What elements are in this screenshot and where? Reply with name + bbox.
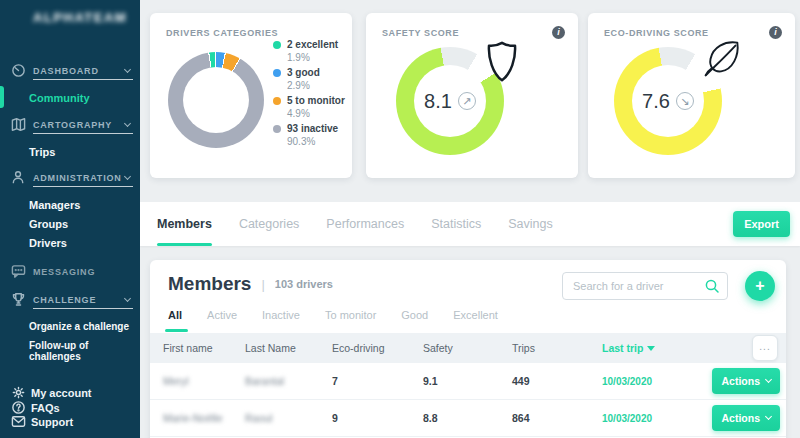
cell-first-name: Meryl (163, 375, 245, 387)
col-label: Last trip (602, 342, 643, 354)
eco-driving-score-card: ECO-DRIVING SCORE i 7.6 ↘ (588, 13, 795, 178)
col-eco-driving: Eco-driving (332, 342, 423, 354)
table-row[interactable]: Marie-Noëlle Raoul 9 8.8 864 10/03/2020 … (150, 400, 786, 437)
sidebar-section-challenge[interactable]: CHALLENGE (0, 292, 140, 308)
trophy-icon (11, 292, 26, 307)
info-icon[interactable]: i (552, 26, 565, 39)
cell-last-trip: 10/03/2020 (602, 413, 710, 424)
sidebar-item-community[interactable]: Community (0, 90, 140, 106)
sidebar-item-drivers[interactable]: Drivers (0, 235, 140, 251)
sidebar-item-groups[interactable]: Groups (0, 216, 140, 232)
sidebar-item-label: Drivers (29, 237, 67, 249)
filter-inactive[interactable]: Inactive (262, 309, 300, 329)
map-icon (11, 117, 26, 132)
divider (33, 79, 133, 80)
cell-safety: 8.8 (423, 412, 512, 424)
cell-safety: 9.1 (423, 375, 512, 387)
sidebar-item-organize-challenge[interactable]: Organize a challenge (0, 319, 140, 335)
filter-to-monitor[interactable]: To monitor (325, 309, 376, 329)
sidebar-section-cartography[interactable]: CARTOGRAPHY (0, 117, 140, 133)
tab-statistics[interactable]: Statistics (431, 202, 481, 246)
info-icon[interactable]: i (769, 26, 782, 39)
safety-score-value: 8.1 (424, 90, 452, 113)
actions-label: Actions (721, 375, 760, 387)
legend-pct: 2.9% (287, 80, 345, 91)
row-actions-button[interactable]: Actions (712, 405, 780, 431)
sidebar-section-messaging[interactable]: MESSAGING (0, 264, 140, 280)
shield-icon (482, 39, 522, 89)
cell-first-name: Marie-Noëlle (163, 412, 245, 424)
tab-members[interactable]: Members (157, 202, 212, 246)
cell-trips: 864 (512, 412, 602, 424)
sidebar-item-managers[interactable]: Managers (0, 197, 140, 213)
sidebar-item-label: Follow-up of challenges (29, 340, 140, 362)
tab-performances[interactable]: Performances (326, 202, 404, 246)
legend-label: 93 inactive (287, 123, 338, 134)
more-columns-button[interactable]: ... (752, 335, 778, 361)
gear-icon (11, 385, 26, 400)
legend-dot (273, 69, 281, 77)
filter-all[interactable]: All (168, 309, 182, 329)
sidebar-item-support[interactable]: Support (0, 414, 140, 430)
trend-up-icon: ↗ (458, 92, 476, 110)
sidebar-item-label: Managers (29, 199, 80, 211)
sidebar-section-dashboard[interactable]: DASHBOARD (0, 63, 140, 79)
sidebar-item-my-account[interactable]: My account (0, 385, 140, 401)
sidebar-section-label: DASHBOARD (33, 66, 99, 76)
leaf-icon (699, 35, 745, 85)
legend-dot (273, 41, 281, 49)
divider (33, 308, 133, 309)
cell-eco: 9 (332, 412, 423, 424)
chevron-down-icon (765, 413, 772, 420)
members-filters: All Active Inactive To monitor Good Exce… (168, 309, 498, 329)
col-last-name: Last Name (245, 342, 332, 354)
row-actions-button[interactable]: Actions (712, 368, 780, 394)
col-safety: Safety (423, 342, 512, 354)
dashboard-icon (11, 63, 26, 78)
legend-item: 5 to monitor 4.9% (273, 95, 345, 119)
divider (33, 133, 133, 134)
card-title: DRIVERS CATEGORIES (166, 28, 278, 38)
sidebar-section-label: CARTOGRAPHY (33, 120, 112, 130)
card-title: ECO-DRIVING SCORE (604, 28, 709, 38)
sidebar-item-label: Trips (29, 146, 55, 158)
filter-active[interactable]: Active (207, 309, 237, 329)
table-row[interactable]: Meryl Barantal 7 9.1 449 10/03/2020 Acti… (150, 363, 786, 400)
sidebar-item-label: Community (29, 92, 90, 104)
cell-last-name: Barantal (245, 375, 332, 387)
divider (33, 186, 133, 187)
legend-pct: 1.9% (287, 52, 345, 63)
cell-trips: 449 (512, 375, 602, 387)
sidebar-item-label: FAQs (31, 402, 60, 414)
sidebar-section-label: MESSAGING (33, 267, 95, 277)
card-title: SAFETY SCORE (382, 28, 459, 38)
envelope-icon (11, 414, 26, 429)
add-driver-button[interactable]: + (745, 271, 775, 301)
sidebar-item-label: Groups (29, 218, 68, 230)
export-button[interactable]: Export (733, 211, 790, 237)
col-last-trip-sort[interactable]: Last trip (602, 342, 710, 354)
sidebar-section-label: ADMINISTRATION (33, 173, 122, 183)
sidebar-item-followup-challenges[interactable]: Follow-up of challenges (0, 338, 140, 354)
search-icon[interactable] (704, 278, 720, 294)
filter-excellent[interactable]: Excellent (453, 309, 498, 329)
members-count: 103 drivers (275, 278, 333, 290)
legend-label: 5 to monitor (287, 95, 345, 106)
tab-savings[interactable]: Savings (508, 202, 552, 246)
sidebar-section-administration[interactable]: ADMINISTRATION (0, 170, 140, 186)
col-first-name: First name (163, 342, 245, 354)
chevron-down-icon (124, 120, 131, 127)
legend-item: 2 excellent 1.9% (273, 39, 345, 63)
cell-eco: 7 (332, 375, 423, 387)
chevron-down-icon (765, 376, 772, 383)
divider: | (261, 277, 264, 292)
col-trips: Trips (512, 342, 602, 354)
app-logo: ALPHATEAM (33, 10, 127, 25)
chevron-down-icon (124, 66, 131, 73)
section-tabbar: Members Categories Performances Statisti… (140, 202, 800, 246)
chevron-down-icon (124, 173, 131, 180)
tab-categories[interactable]: Categories (239, 202, 299, 246)
sidebar-item-trips[interactable]: Trips (0, 144, 140, 160)
sidebar-item-label: My account (31, 387, 92, 399)
filter-good[interactable]: Good (401, 309, 428, 329)
